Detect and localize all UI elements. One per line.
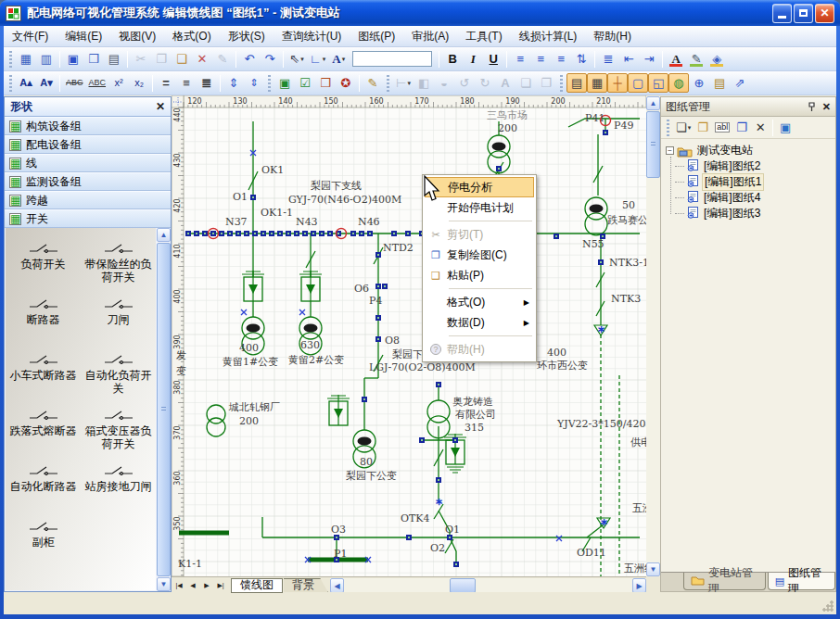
para-spacing-dec-button[interactable]: ⇕ [244,73,264,93]
highlight-button[interactable]: ✎ [686,49,706,69]
context-item-7[interactable]: 格式(O)▶ [425,292,534,312]
vscroll-thumb[interactable] [646,111,660,178]
guides-toggle[interactable]: ┼ [607,73,628,93]
next-sheet-button[interactable]: ▶ [200,579,213,592]
copy-drawing-button[interactable]: ❐ [732,119,751,136]
rename-drawing-button[interactable]: abl [712,119,732,136]
font-combobox[interactable] [352,51,432,67]
align-shapes-button[interactable]: ⊢▾ [393,73,414,93]
scroll-right-icon[interactable]: ▶ [632,578,646,593]
bold-button[interactable]: B [442,49,463,69]
menu-item-8[interactable]: 工具(T) [457,26,510,47]
shape-category-0[interactable]: ▦构筑设备组 [5,117,171,135]
grid-toggle[interactable]: ▦ [587,73,607,93]
delete-drawing-button[interactable]: ✕ [751,119,770,136]
font-color-button[interactable]: A [666,49,686,69]
color-scheme-toggle[interactable]: ◍ [668,73,689,93]
context-item-10[interactable]: ?帮助(H) [425,339,534,360]
open-drawing-button[interactable]: ❐ [694,119,712,136]
shape-category-3[interactable]: ▦监测设备组 [5,172,171,191]
tree-item-0[interactable]: [编辑]图纸2 [675,158,834,174]
save-button[interactable]: ▣ [63,49,83,69]
shape-category-5[interactable]: ▦开关 [5,209,171,228]
rotate-left-button[interactable]: ↺ [454,73,475,93]
rotate-right-button[interactable]: ↻ [475,73,495,93]
maximize-button[interactable] [794,4,813,23]
horizontal-scrollbar[interactable]: ◀ ▶ [330,578,646,593]
shape-item[interactable]: 自动化断路器 [6,456,81,512]
menu-item-9[interactable]: 线损计算(L) [511,26,586,47]
connector-tool-button[interactable]: ∟▾ [307,49,328,69]
tree-item-1[interactable]: [编辑]图纸1 [675,174,834,190]
rotate-text-button[interactable]: A [495,73,515,93]
panel-tab-0[interactable]: 变电站管理 [683,573,766,590]
search-doc-button[interactable]: ❒ [315,73,336,93]
context-item-8[interactable]: 数据(D)▶ [425,312,534,333]
context-item-3[interactable]: ✂剪切(T) [425,224,534,245]
last-sheet-button[interactable]: ▶| [214,579,227,592]
new-drawing-button[interactable]: ❏▾ [673,119,694,136]
line-spacing-1-button[interactable]: = [156,73,176,93]
paste-button[interactable]: ❑ [172,49,192,69]
shape-item[interactable]: 站房接地刀闸 [81,456,156,512]
shape-item[interactable]: 小车式断路器 [6,345,81,400]
page-break-toggle[interactable]: ◱ [648,73,668,93]
sheet-tab-0[interactable]: 馈线图 [231,578,283,593]
scroll-thumb[interactable] [157,243,171,576]
align-right-button[interactable]: ≡ [551,49,571,69]
scroll-up-icon[interactable]: ▲ [157,228,171,242]
shape-item[interactable]: 箱式变压器负荷开关 [81,400,156,456]
send-back-button[interactable]: ❐ [536,73,556,93]
underline-abc-button[interactable]: ABC [86,73,109,93]
panel-tab-1[interactable]: ▤图纸管理 [768,573,835,590]
minimize-button[interactable] [772,4,792,23]
menu-item-0[interactable]: 文件(F) [4,26,57,47]
shapes-scrollbar[interactable]: ▲ ▼ [157,228,171,591]
shape-category-4[interactable]: ▦跨越 [5,191,171,209]
tree-root[interactable]: − 测试变电站 [663,143,834,158]
menu-item-4[interactable]: 形状(S) [220,26,274,47]
tree-item-2[interactable]: [编辑]图纸4 [675,190,834,206]
collapse-icon[interactable]: − [666,146,674,155]
align-center-button[interactable]: ≡ [530,49,551,69]
menu-item-7[interactable]: 审批(A) [403,26,457,47]
menu-item-1[interactable]: 编辑(E) [57,26,110,47]
menu-item-2[interactable]: 视图(V) [110,26,164,47]
indent-button[interactable]: ⇥ [639,49,659,69]
flip-horizontal-button[interactable]: ◧ [414,73,434,93]
scroll-up-icon[interactable]: ▲ [646,96,660,110]
align-left-button[interactable]: ≡ [510,49,530,69]
shrink-font-button[interactable]: A▾ [36,73,57,93]
scroll-down-icon[interactable]: ▼ [646,562,660,576]
panel-close-icon[interactable]: ✕ [822,101,831,113]
preview-button[interactable]: ❒ [83,49,104,69]
sheet-tab-1[interactable]: 背景 [284,578,328,593]
image-manager-button[interactable]: ▣ [274,73,295,93]
edit-note-button[interactable]: ✎ [363,73,383,93]
underline-button[interactable]: U [483,49,503,69]
shape-item[interactable]: 跌落式熔断器 [6,400,81,456]
menu-item-5[interactable]: 查询统计(U) [274,26,350,47]
properties-button[interactable]: ▤ [709,73,730,93]
context-item-4[interactable]: ❐复制绘图(C) [425,245,534,265]
menu-item-10[interactable]: 帮助(H) [585,26,640,47]
statistics-button[interactable]: ▥ [36,49,57,69]
prev-sheet-button[interactable]: ◀ [186,579,199,592]
shape-item[interactable]: 负荷开关 [6,234,81,289]
shape-item[interactable]: 自动化负荷开关 [81,345,156,400]
pin-icon[interactable] [808,102,817,112]
shape-category-2[interactable]: ▦线 [5,154,171,172]
shape-category-1[interactable]: ▦配电设备组 [5,135,171,154]
fill-color-button[interactable]: ◈ [706,49,727,69]
first-sheet-button[interactable]: |◀ [172,579,185,592]
route-button[interactable]: ⇗ [730,73,750,93]
superscript-button[interactable]: x² [108,73,129,93]
export-drawing-button[interactable]: ▣ [776,119,795,136]
title-bar[interactable]: 配电网络可视化管理系统 编辑馈线图 “图纸1” - 测试变电站 ✕ [0,0,840,26]
flip-vertical-button[interactable]: ◒ [434,73,454,93]
grow-font-button[interactable]: A▴ [16,73,36,93]
scroll-down-icon[interactable]: ▼ [157,577,171,591]
strikethrough-button[interactable]: ABC [63,73,86,93]
redo-button[interactable]: ↷ [260,49,280,69]
line-spacing-2-button[interactable]: ≡ [176,73,197,93]
